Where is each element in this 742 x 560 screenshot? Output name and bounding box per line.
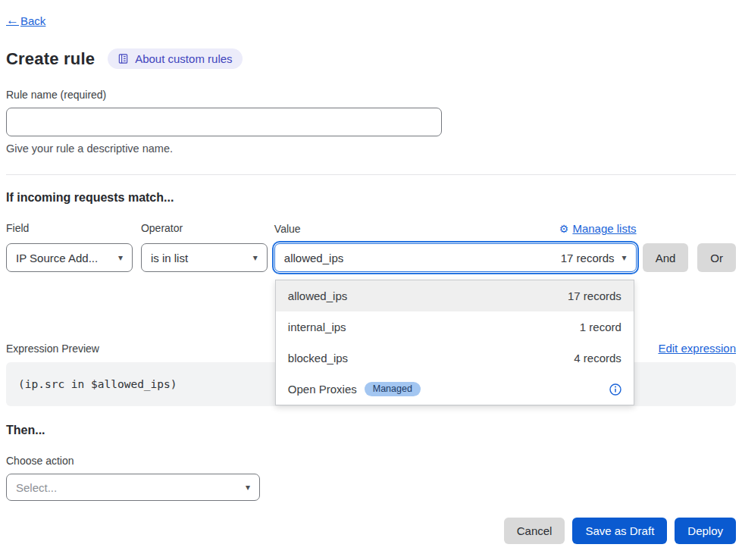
list-item-meta: 17 records <box>568 289 621 302</box>
value-select-record-count: 17 records <box>561 252 615 264</box>
or-button[interactable]: Or <box>697 243 736 272</box>
create-rule-page: ←Back Create rule About custom rules Rul… <box>0 0 742 544</box>
back-row: ←Back <box>6 0 736 28</box>
list-item-name: internal_ips <box>288 321 346 333</box>
cancel-button[interactable]: Cancel <box>504 518 565 544</box>
operator-select-value: is in list <box>151 252 188 264</box>
value-select[interactable]: allowed_ips 17 records ▾ <box>274 243 637 272</box>
field-label: Field <box>6 222 133 234</box>
list-item-allowed-ips[interactable]: allowed_ips 17 records <box>276 280 634 311</box>
manage-lists-link[interactable]: Manage lists <box>572 222 636 235</box>
edit-expression-link[interactable]: Edit expression <box>658 342 736 355</box>
book-icon <box>117 53 129 64</box>
rule-name-helper-text: Give your rule a descriptive name. <box>6 142 736 155</box>
info-icon[interactable] <box>609 383 621 396</box>
page-header: Create rule About custom rules <box>6 48 736 69</box>
value-select-right: 17 records ▾ <box>561 252 627 264</box>
then-section-heading: Then... <box>6 424 736 437</box>
list-item-open-proxies[interactable]: Open Proxies Managed <box>276 374 634 405</box>
operator-column: Operator is in list ▾ <box>141 222 268 272</box>
back-link[interactable]: ←Back <box>6 13 45 28</box>
and-button[interactable]: And <box>643 243 689 272</box>
chevron-down-icon: ▾ <box>253 252 258 263</box>
action-select-placeholder: Select... <box>16 481 57 494</box>
match-section-heading: If incoming requests match... <box>6 191 736 205</box>
field-select-value: IP Source Add... <box>16 252 98 264</box>
list-item-meta: 4 records <box>574 352 621 364</box>
footer-actions: Cancel Save as Draft Deploy <box>6 518 736 544</box>
chevron-down-icon: ▾ <box>622 252 627 263</box>
operator-label: Operator <box>141 222 268 234</box>
list-item-blocked-ips[interactable]: blocked_ips 4 records <box>276 343 634 374</box>
field-select[interactable]: IP Source Add... ▾ <box>6 243 133 272</box>
value-label: Value <box>274 223 301 235</box>
about-custom-rules-link[interactable]: About custom rules <box>108 48 242 69</box>
rule-name-input[interactable] <box>6 108 442 136</box>
rule-name-label: Rule name (required) <box>6 89 736 101</box>
operator-select[interactable]: is in list ▾ <box>141 243 268 272</box>
about-badge-label: About custom rules <box>135 52 232 65</box>
value-column: Value ⚙ Manage lists allowed_ips 17 reco… <box>274 222 637 272</box>
list-dropdown-menu: allowed_ips 17 records internal_ips 1 re… <box>275 280 634 405</box>
back-link-label: Back <box>20 14 45 27</box>
list-item-name: allowed_ips <box>288 289 347 302</box>
managed-badge: Managed <box>365 382 421 396</box>
list-item-name: Open Proxies <box>288 383 357 396</box>
rule-name-group: Rule name (required) Give your rule a de… <box>6 89 736 155</box>
page-title: Create rule <box>6 49 95 69</box>
section-divider <box>6 174 736 175</box>
back-arrow-icon: ← <box>6 13 19 28</box>
list-item-left: Open Proxies Managed <box>288 382 421 396</box>
field-column: Field IP Source Add... ▾ <box>6 222 133 272</box>
list-item-name: blocked_ips <box>288 352 348 364</box>
manage-lists-link-group: ⚙ Manage lists <box>559 222 637 235</box>
expression-code: (ip.src in $allowed_ips) <box>18 378 177 390</box>
gear-icon: ⚙ <box>559 224 569 234</box>
action-select[interactable]: Select... ▾ <box>6 474 260 501</box>
value-label-row: Value ⚙ Manage lists <box>274 222 637 234</box>
chevron-down-icon: ▾ <box>246 482 250 493</box>
choose-action-label: Choose action <box>6 455 736 467</box>
list-item-internal-ips[interactable]: internal_ips 1 record <box>276 311 634 343</box>
chevron-down-icon: ▾ <box>118 252 123 263</box>
condition-logic-buttons: And Or <box>643 243 736 272</box>
list-item-meta: 1 record <box>580 321 621 333</box>
deploy-button[interactable]: Deploy <box>675 518 736 544</box>
expression-preview-label: Expression Preview <box>6 343 99 355</box>
condition-row: Field IP Source Add... ▾ Operator is in … <box>6 222 736 272</box>
value-select-value: allowed_ips <box>284 252 343 264</box>
save-as-draft-button[interactable]: Save as Draft <box>572 518 667 544</box>
